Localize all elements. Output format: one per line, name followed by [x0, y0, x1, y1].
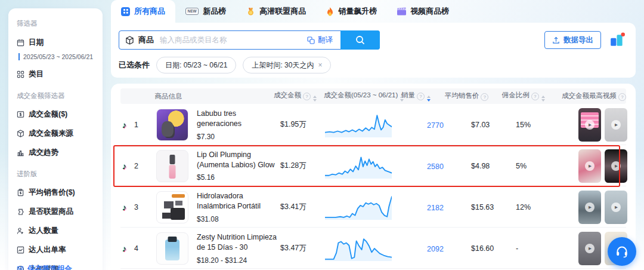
sales-trend-sparkline [325, 236, 392, 261]
col-sales[interactable]: 销量 [394, 91, 445, 102]
col-avg-price[interactable]: 平均销售价 [445, 91, 502, 101]
cube-icon [17, 130, 24, 137]
sidebar-item-gmv-source[interactable]: 成交金额来源 [17, 128, 94, 139]
search-button[interactable] [340, 30, 380, 50]
flame-icon [326, 7, 334, 16]
table-row[interactable]: 4 Zesty Nutrition Limpieza de 15 Días - … [111, 228, 636, 269]
sales-trend-sparkline [325, 112, 392, 137]
product-image[interactable] [156, 232, 188, 265]
tiktok-icon [122, 161, 126, 171]
top-video-thumbnail[interactable] [605, 149, 627, 183]
info-icon[interactable] [417, 93, 425, 100]
table-body: 1 Labubu tres generaciones decoraciones … [111, 104, 636, 269]
col-commission[interactable]: 佣金比例 [502, 91, 553, 102]
export-button[interactable]: 数据导出 [544, 31, 601, 49]
product-search-box: 商品 翻译 [119, 30, 380, 50]
sort-icon[interactable] [541, 96, 545, 102]
search-panel: 商品 翻译 数据导出 已选条件 日期: 05/23 ~ 06/21 上架时间: … [111, 23, 636, 78]
avg-price-value: $16.60 [468, 244, 516, 253]
product-price: $31.08 [197, 215, 280, 223]
sidebar-item-category[interactable]: 类目 [17, 69, 94, 79]
product-title[interactable]: Hidrolavadora Inalámbrica Portátil 33Bar… [197, 191, 280, 212]
tab-new-products[interactable]: NEW 新品榜 [175, 0, 236, 23]
top-video-thumbnail[interactable] [578, 108, 601, 142]
info-icon[interactable] [618, 93, 626, 101]
top-video-thumbnail[interactable] [578, 191, 601, 224]
search-input[interactable] [159, 35, 307, 45]
product-price: $18.20 - $31.24 [197, 256, 280, 265]
date-range-value[interactable]: 2025/05/23 ~ 2025/06/21 [18, 53, 94, 60]
product-title[interactable]: Lip Oil Plumping (Aumenta Labios) Glow [197, 150, 280, 171]
filter-chip-date[interactable]: 日期: 05/23 ~ 06/21 [156, 57, 236, 73]
sales-count-link[interactable]: 2182 [427, 204, 444, 212]
product-table-panel: 商品信息 成交金额 成交金额(05/23 ~ 06/21) 销量 平均销售价 佣… [111, 84, 636, 270]
avg-price-value: $4.98 [468, 162, 516, 170]
col-gmv[interactable]: 成交金额 [274, 91, 317, 102]
translate-button[interactable]: 翻译 [307, 35, 333, 45]
tab-video-products[interactable]: 视频商品榜 [387, 0, 459, 23]
tab-high-potential[interactable]: 高潜联盟商品 [236, 0, 316, 23]
product-image[interactable] [156, 150, 188, 182]
col-gmv-trend[interactable]: 成交金额(05/23 ~ 06/21) [317, 91, 394, 102]
info-icon[interactable] [303, 93, 311, 100]
clapperboard-icon [397, 7, 406, 16]
top-video-thumbnail[interactable] [605, 108, 627, 142]
commission-value: - [516, 244, 566, 253]
gold-medal-icon [246, 7, 255, 16]
tiktok-icon [122, 202, 126, 212]
sidebar-item-date[interactable]: 日期 [17, 38, 94, 48]
sales-count-link[interactable]: 2770 [427, 121, 444, 130]
save-icon [17, 266, 24, 270]
search-icon [355, 35, 366, 45]
sidebar-item-creator-rate[interactable]: 达人出单率 [17, 245, 94, 255]
commission-value: 5% [516, 162, 566, 170]
commission-value: 15% [516, 121, 566, 129]
sidebar-title: 筛选器 [17, 19, 94, 28]
analytics-widget-icon[interactable] [609, 32, 625, 48]
sidebar-group-advanced: 进阶版 [17, 170, 94, 179]
support-button[interactable] [608, 237, 636, 266]
sidebar-item-gmv[interactable]: 成交金额($) [17, 109, 94, 119]
table-header: 商品信息 成交金额 成交金额(05/23 ~ 06/21) 销量 平均销售价 佣… [120, 88, 626, 104]
table-row[interactable]: 3 Hidrolavadora Inalámbrica Portátil 33B… [111, 186, 636, 228]
tiktok-icon [122, 120, 126, 130]
dollar-icon [17, 111, 24, 118]
rank-number: 2 [134, 162, 138, 170]
gmv-value: $1.28万 [280, 161, 325, 171]
sidebar-item-gmv-trend[interactable]: 成交趋势 [17, 148, 94, 158]
product-price: $7.30 [197, 133, 280, 141]
product-title[interactable]: Labubu tres generaciones decoraciones de… [197, 109, 280, 130]
sales-count-link[interactable]: 2092 [427, 245, 444, 253]
top-video-thumbnail[interactable] [578, 232, 601, 265]
line-chart-icon [17, 246, 24, 254]
price-tag-icon [17, 189, 24, 197]
bar-chart-icon [17, 149, 24, 157]
sidebar-item-avg-price[interactable]: 平均销售价($) [17, 188, 94, 198]
rank-number: 1 [134, 121, 138, 129]
avg-price-value: $7.03 [468, 121, 516, 129]
product-image[interactable] [156, 191, 188, 223]
selected-filters-row: 已选条件 日期: 05/23 ~ 06/21 上架时间: 30天之内 [119, 57, 331, 73]
info-icon[interactable] [481, 93, 488, 101]
col-top-video: 成交金额最高视频 [553, 91, 626, 101]
grid-icon [121, 7, 130, 16]
search-label: 商品 [138, 35, 154, 45]
table-row[interactable]: 1 Labubu tres generaciones decoraciones … [111, 104, 636, 145]
top-video-thumbnail[interactable] [605, 191, 627, 224]
sales-trend-sparkline [325, 195, 392, 220]
tab-all-products[interactable]: 所有商品 [111, 0, 175, 23]
sidebar-item-creator-count[interactable]: 达人数量 [17, 226, 94, 236]
sort-icon-active[interactable] [427, 96, 431, 102]
info-icon[interactable] [531, 93, 539, 100]
sidebar-item-alliance[interactable]: 是否联盟商品 [17, 207, 94, 217]
sales-count-link[interactable]: 2580 [427, 162, 444, 171]
table-row-highlighted[interactable]: 2 Lip Oil Plumping (Aumenta Labios) Glow… [111, 145, 636, 186]
product-title[interactable]: Zesty Nutrition Limpieza de 15 Días - 30… [197, 232, 280, 253]
filter-chip-listing-time[interactable]: 上架时间: 30天之内 [243, 57, 331, 73]
close-icon[interactable] [318, 62, 322, 69]
commission-value: 12% [516, 203, 566, 211]
save-filter-button[interactable]: 保存筛选组合 [17, 264, 72, 270]
tab-sales-surge[interactable]: 销量飙升榜 [316, 0, 387, 23]
product-image[interactable] [156, 109, 188, 141]
top-video-thumbnail[interactable] [578, 149, 601, 183]
